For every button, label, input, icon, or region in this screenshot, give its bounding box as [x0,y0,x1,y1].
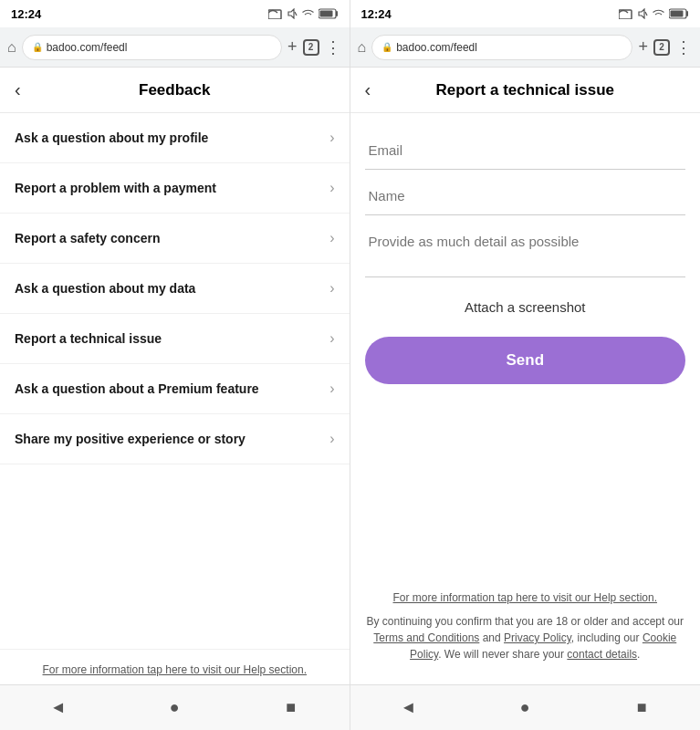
name-field[interactable] [365,177,686,215]
right-tab-count[interactable]: 2 [653,39,670,56]
wifi-icon [301,8,315,19]
svg-marker-6 [639,9,644,18]
menu-item-story-label: Share my positive experience or story [15,432,246,446]
left-back-button[interactable]: ‹ [15,79,21,100]
chevron-icon-data: › [329,280,334,297]
right-status-icons [619,8,689,19]
chevron-icon-story: › [329,431,334,447]
svg-rect-9 [671,11,684,17]
left-app-header: ‹ Feedback [0,68,350,113]
chevron-icon-safety: › [329,230,334,246]
right-url-box[interactable]: 🔒 badoo.com/feedl [371,35,632,60]
left-lock-icon: 🔒 [32,42,43,52]
right-more-icon[interactable]: ⋮ [675,37,693,57]
right-battery-icon [669,8,689,19]
battery-icon [319,8,339,19]
left-menu-list: Ask a question about my profile › Report… [0,113,350,649]
left-status-icons [268,8,339,19]
right-home-icon[interactable]: ⌂ [358,39,367,56]
menu-item-data[interactable]: Ask a question about my data › [0,264,350,314]
sound-icon [287,8,298,19]
chevron-icon-premium: › [329,381,334,397]
left-home-icon[interactable]: ⌂ [7,39,16,56]
send-button[interactable]: Send [365,337,686,384]
right-status-bar: 12:24 [350,0,701,27]
svg-line-2 [295,12,297,16]
menu-item-payment-label: Report a problem with a payment [15,181,216,195]
form-spacer [365,384,686,580]
left-time: 12:24 [11,7,41,21]
left-header-title: Feedback [139,81,210,99]
menu-item-safety[interactable]: Report a safety concern › [0,214,350,264]
right-new-tab-icon[interactable]: + [638,37,648,57]
right-nav-home[interactable]: ● [507,690,543,726]
report-form: Attach a screenshot Send For more inform… [350,113,701,684]
left-browser-bar: ⌂ 🔒 badoo.com/feedl + 2 ⋮ [0,27,350,68]
left-more-icon[interactable]: ⋮ [325,37,342,57]
right-nav-square[interactable]: ■ [623,690,660,726]
menu-item-profile[interactable]: Ask a question about my profile › [0,113,350,163]
cast-icon [268,8,283,19]
right-back-button[interactable]: ‹ [365,79,371,100]
right-nav-back[interactable]: ◄ [390,690,426,726]
left-nav-back[interactable]: ◄ [40,690,77,726]
left-help-link[interactable]: For more information tap here to visit o… [43,663,307,676]
menu-item-data-label: Ask a question about my data [15,281,195,296]
left-nav-home[interactable]: ● [156,690,193,726]
contact-link[interactable]: contact details [567,648,637,661]
right-header-title: Report a technical issue [435,81,614,99]
chevron-icon-technical: › [329,330,334,347]
left-url-box[interactable]: 🔒 badoo.com/feedl [22,35,282,60]
right-wifi-icon [652,8,665,19]
menu-item-payment[interactable]: Report a problem with a payment › [0,163,350,214]
left-new-tab-icon[interactable]: + [287,37,298,57]
menu-item-story[interactable]: Share my positive experience or story › [0,414,350,464]
right-nav-bar: ◄ ● ■ [350,684,701,730]
right-browser-actions: + 2 ⋮ [638,37,693,57]
chevron-icon-profile: › [329,130,334,146]
menu-item-technical[interactable]: Report a technical issue › [0,314,350,364]
left-footer: For more information tap here to visit o… [0,649,350,684]
left-nav-bar: ◄ ● ■ [0,684,350,730]
left-browser-actions: + 2 ⋮ [287,37,342,57]
svg-rect-4 [319,11,332,17]
svg-marker-1 [288,9,294,18]
right-cast-icon [619,8,633,19]
right-url-text: badoo.com/feedl [396,41,477,54]
right-lock-icon: 🔒 [381,42,392,52]
menu-item-technical-label: Report a technical issue [15,331,162,346]
left-tab-count[interactable]: 2 [303,39,319,56]
menu-item-profile-label: Ask a question about my profile [15,130,208,145]
privacy-link[interactable]: Privacy Policy [504,631,571,644]
detail-field[interactable] [365,223,686,277]
legal-text: By continuing you confirm that you are 1… [366,615,684,661]
attach-screenshot-button[interactable]: Attach a screenshot [365,285,686,329]
left-status-bar: 12:24 [0,0,350,27]
right-sound-icon [637,8,648,19]
svg-line-7 [645,12,647,16]
left-url-text: badoo.com/feedl [47,41,128,54]
right-help-link[interactable]: For more information tap here to visit o… [365,589,686,606]
right-panel: 12:24 ⌂ 🔒 badoo.com/feedl + 2 ⋮ ‹ Report… [350,0,701,730]
email-field[interactable] [365,131,686,170]
left-panel: 12:24 ⌂ 🔒 badoo.com/feedl + 2 ⋮ ‹ Feedba… [0,0,350,730]
chevron-icon-payment: › [329,180,334,196]
menu-item-premium[interactable]: Ask a question about a Premium feature › [0,364,350,414]
left-nav-square[interactable]: ■ [273,690,309,726]
right-time: 12:24 [361,7,392,21]
right-browser-bar: ⌂ 🔒 badoo.com/feedl + 2 ⋮ [350,27,701,68]
right-app-header: ‹ Report a technical issue [350,68,701,113]
terms-link[interactable]: Terms and Conditions [373,631,479,644]
right-form-footer: For more information tap here to visit o… [365,580,686,666]
menu-item-safety-label: Report a safety concern [15,231,161,245]
menu-item-premium-label: Ask a question about a Premium feature [15,381,259,396]
